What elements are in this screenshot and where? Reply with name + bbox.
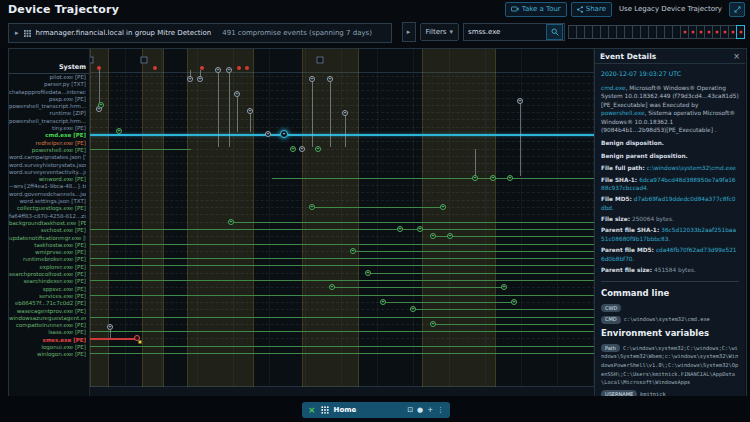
process-item[interactable]: pilot.exe [PE] bbox=[9, 74, 86, 81]
event-marker[interactable]: + bbox=[116, 128, 122, 134]
process-item[interactable]: redhelper.exe [PE] bbox=[9, 140, 86, 147]
event-marker[interactable]: + bbox=[430, 321, 436, 327]
process-item[interactable]: runtime [ZIP] bbox=[9, 110, 86, 117]
process-item[interactable]: lsass.exe [PE] bbox=[9, 329, 86, 336]
event-marker[interactable]: + bbox=[228, 219, 234, 225]
selected-event-marker[interactable]: + bbox=[280, 130, 288, 138]
process-item[interactable]: chatappprofiledata...interactive [file] bbox=[9, 89, 86, 96]
process-item[interactable]: windowsazureguestagent.exe [PE] bbox=[9, 315, 86, 322]
apps-grid-icon[interactable] bbox=[321, 406, 329, 414]
compromise-event-dot[interactable] bbox=[237, 66, 241, 70]
event-timestamp[interactable]: 2020-12-07 19:03:27 UTC bbox=[601, 70, 739, 79]
event-marker[interactable]: + bbox=[350, 248, 356, 254]
event-marker[interactable]: + bbox=[265, 131, 271, 137]
event-marker[interactable]: + bbox=[327, 76, 333, 82]
event-marker[interactable]: + bbox=[226, 67, 232, 73]
process-item[interactable]: searchprotocolhost.exe [PE] bbox=[9, 271, 86, 278]
process-item[interactable]: compattelrunner.exe [PE] bbox=[9, 322, 86, 329]
event-marker[interactable]: + bbox=[234, 91, 240, 97]
process-item[interactable]: taskhostw.exe [PE] bbox=[9, 242, 86, 249]
search-button[interactable] bbox=[546, 24, 563, 40]
event-marker[interactable]: + bbox=[342, 110, 348, 116]
process-item[interactable]: word.governedchannels...json [TXT] bbox=[9, 191, 86, 198]
event-marker[interactable]: + bbox=[380, 299, 386, 305]
file-link[interactable]: cmd.exe bbox=[601, 85, 626, 91]
more-options-icon[interactable]: ⋮ bbox=[437, 406, 444, 414]
process-item[interactable]: winword.exe [PE] bbox=[9, 176, 86, 183]
filters-dropdown[interactable]: Filters ▾ bbox=[420, 23, 460, 41]
parent-file-link[interactable]: powershell.exe bbox=[601, 110, 645, 116]
event-marker[interactable]: + bbox=[187, 76, 193, 82]
process-item[interactable]: word.surveyhistorystats.json [TXT] bbox=[9, 162, 86, 169]
process-item[interactable]: powershell_transcript.hrm...txt [TXT] bbox=[9, 103, 86, 110]
event-marker[interactable]: + bbox=[299, 146, 305, 152]
process-item[interactable]: collectguestlogs.exe [PE] bbox=[9, 205, 86, 212]
event-marker[interactable] bbox=[139, 341, 142, 344]
process-item[interactable]: ~wrs{2ff4ea1-9bca-48...}.tmp [file] bbox=[9, 183, 86, 190]
event-marker[interactable]: + bbox=[430, 233, 436, 239]
event-marker[interactable]: + bbox=[98, 102, 104, 108]
compromise-event-dot[interactable] bbox=[97, 66, 101, 70]
timeline-section-icon[interactable] bbox=[317, 57, 324, 64]
process-item[interactable]: services.exe [PE] bbox=[9, 293, 86, 300]
process-item[interactable]: powershell.exe [PE] bbox=[9, 147, 86, 154]
event-marker[interactable]: + bbox=[365, 270, 371, 276]
process-item[interactable]: powershell_transcript.hrm...txt [TXT] bbox=[9, 118, 86, 125]
event-marker[interactable]: + bbox=[511, 299, 517, 305]
zoom-in-icon[interactable]: + bbox=[427, 406, 433, 414]
process-item[interactable]: wasecagentprov.exe [PE] bbox=[9, 308, 86, 315]
compromise-event-dot[interactable] bbox=[153, 66, 157, 70]
process-item[interactable]: winlogon.exe [PE] bbox=[9, 351, 86, 358]
process-item[interactable]: pssp.exe [PE] bbox=[9, 96, 86, 103]
process-item[interactable]: smss.exe [PE] bbox=[9, 337, 86, 344]
timeline-minimap[interactable] bbox=[569, 25, 745, 39]
event-marker[interactable]: + bbox=[472, 175, 478, 181]
compromise-event-dot[interactable] bbox=[245, 66, 249, 70]
timeline-section-icon[interactable] bbox=[141, 57, 148, 64]
process-item[interactable]: explorer.exe [PE] bbox=[9, 264, 86, 271]
timeline-chart[interactable]: +++++++++++++++++++++++++++++++++++++ bbox=[90, 49, 595, 397]
compromise-event-dot[interactable] bbox=[200, 66, 204, 70]
exit-icon[interactable]: × bbox=[308, 405, 316, 415]
take-a-tour-button[interactable]: Take a Tour bbox=[505, 2, 567, 17]
event-marker[interactable]: + bbox=[107, 324, 113, 330]
process-item[interactable]: cmd.exe [PE] bbox=[9, 132, 86, 139]
process-item[interactable]: wmiprvse.exe [PE] bbox=[9, 249, 86, 256]
event-marker[interactable]: + bbox=[501, 284, 507, 290]
event-marker[interactable]: + bbox=[410, 306, 416, 312]
fit-screen-icon[interactable]: ⊡ bbox=[407, 406, 413, 414]
minimap-cell[interactable] bbox=[736, 25, 745, 39]
event-marker[interactable]: + bbox=[309, 204, 315, 210]
event-marker[interactable]: + bbox=[329, 284, 335, 290]
event-marker[interactable]: + bbox=[397, 226, 403, 232]
close-icon[interactable]: × bbox=[733, 52, 740, 61]
process-item[interactable]: runtimebroker.exe [PE] bbox=[9, 256, 86, 263]
process-item[interactable]: logonui.exe [PE] bbox=[9, 344, 86, 351]
event-marker[interactable]: + bbox=[215, 67, 221, 73]
device-selector[interactable]: ▸ hrmanager.financial.local in group Mit… bbox=[8, 23, 392, 43]
event-marker[interactable]: + bbox=[309, 76, 315, 82]
process-item[interactable]: svchost.exe [PE] bbox=[9, 227, 86, 234]
process-item[interactable]: backgroundtaskhost.exe [PE] bbox=[9, 220, 86, 227]
process-item[interactable]: updatenotificationmgr.exe [PE] bbox=[9, 235, 86, 242]
home-label[interactable]: Home bbox=[334, 406, 357, 414]
search-input[interactable] bbox=[464, 28, 546, 36]
event-marker[interactable]: + bbox=[290, 146, 296, 152]
fullscreen-button[interactable] bbox=[729, 2, 745, 17]
process-item[interactable]: fa64ff83-c870-4258-812...zip [ZIP] bbox=[9, 213, 86, 220]
event-marker[interactable]: + bbox=[447, 233, 453, 239]
event-marker[interactable]: + bbox=[315, 146, 321, 152]
process-item[interactable]: searchindexer.exe [PE] bbox=[9, 278, 86, 285]
process-item[interactable]: sppsvc.exe [PE] bbox=[9, 286, 86, 293]
legacy-trajectory-link[interactable]: Use Legacy Device Trajectory bbox=[616, 5, 725, 13]
event-marker[interactable]: + bbox=[247, 108, 253, 114]
event-marker[interactable]: + bbox=[440, 204, 446, 210]
notification-badge-icon[interactable]: ● bbox=[417, 406, 423, 414]
process-item[interactable]: word.surveyeventactivity...json [TXT] bbox=[9, 169, 86, 176]
process-item[interactable]: eb86457f...71c7c0d2 [PE] bbox=[9, 300, 86, 307]
process-item[interactable]: tiny.exe [PE] bbox=[9, 125, 86, 132]
share-button[interactable]: Share bbox=[571, 2, 612, 17]
event-marker[interactable]: + bbox=[517, 98, 523, 104]
process-item[interactable]: parser.py [TXT] bbox=[9, 81, 86, 88]
process-item[interactable]: word.campaignstates.json [TXT] bbox=[9, 154, 86, 161]
